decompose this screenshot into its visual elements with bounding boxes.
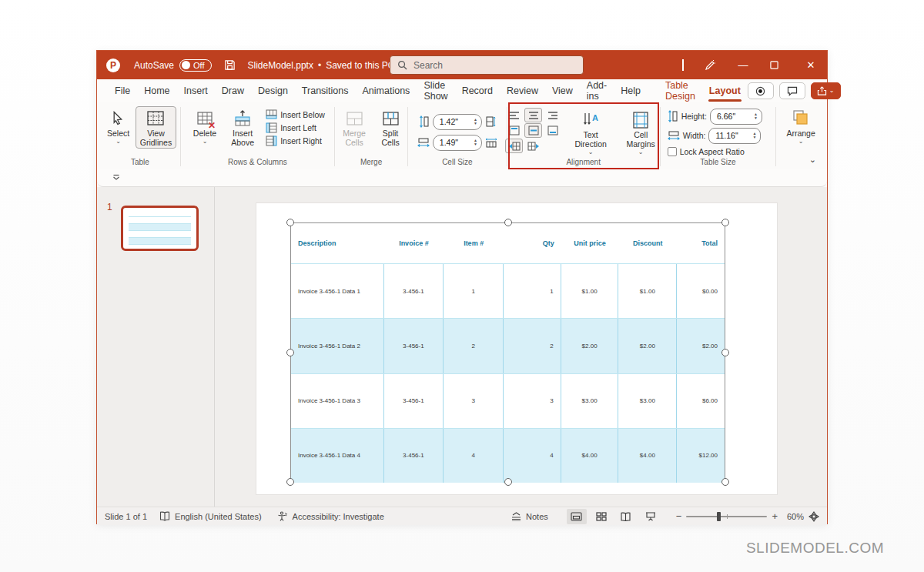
slideshow-view-button[interactable] — [641, 509, 661, 524]
tab-record[interactable]: Record — [455, 79, 500, 102]
selection-handle[interactable] — [721, 478, 729, 486]
tab-design[interactable]: Design — [251, 79, 295, 102]
slide-sorter-view-button[interactable] — [591, 509, 611, 524]
zoom-in-button[interactable]: + — [772, 510, 778, 522]
table-cell[interactable]: $1.00 — [561, 264, 619, 318]
tab-file[interactable]: File — [108, 79, 137, 102]
tab-animations[interactable]: Animations — [356, 79, 417, 102]
table-cell[interactable]: $0.00 — [677, 264, 725, 318]
view-gridlines-button[interactable]: View Gridlines — [136, 106, 176, 149]
table-header-cell[interactable]: Total — [677, 223, 725, 263]
minimize-button[interactable]: — — [736, 59, 750, 71]
save-icon[interactable] — [224, 59, 236, 71]
tab-draw[interactable]: Draw — [215, 79, 251, 102]
table-cell[interactable]: Invoice 3-456-1 Data 1 — [291, 264, 384, 318]
table-cell[interactable]: 3-456-1 — [384, 264, 444, 318]
delete-button[interactable]: ✕ Delete ⌄ — [190, 106, 219, 146]
table-header-cell[interactable]: Item # — [444, 223, 504, 263]
zoom-level[interactable]: 60% — [787, 512, 804, 521]
lock-aspect-ratio-checkbox[interactable] — [668, 147, 677, 156]
notes-button[interactable]: Notes — [511, 512, 548, 521]
align-bottom-button[interactable] — [544, 123, 561, 138]
fit-slide-to-window-icon[interactable] — [808, 511, 819, 522]
ribbon-display-options-icon[interactable] — [112, 174, 120, 181]
arrange-button[interactable]: Arrange ⌄ — [783, 106, 818, 146]
close-button[interactable]: ✕ — [804, 59, 818, 71]
spinner-arrows-icon[interactable]: ▲▼ — [474, 139, 477, 147]
align-center-button[interactable] — [524, 108, 542, 122]
search-input[interactable] — [413, 60, 576, 71]
spinner-arrows-icon[interactable]: ▲▼ — [474, 118, 477, 126]
table-header-cell[interactable]: Unit price — [561, 223, 619, 263]
table-cell[interactable]: Invoice 3-456-1 Data 2 — [291, 319, 384, 373]
tab-home[interactable]: Home — [137, 79, 176, 102]
tab-transitions[interactable]: Transitions — [295, 79, 356, 102]
table-cell[interactable]: 2 — [504, 319, 561, 373]
table-cell[interactable]: 3-456-1 — [384, 429, 444, 483]
align-top-button[interactable] — [505, 123, 523, 138]
table-cell[interactable]: $1.00 — [618, 264, 677, 318]
powerpoint-logo-icon[interactable]: P — [106, 59, 120, 72]
split-cells-button[interactable]: Split Cells — [376, 106, 405, 149]
tab-layout[interactable]: Layout — [702, 79, 748, 102]
table-cell[interactable]: $3.00 — [618, 374, 677, 428]
selection-handle[interactable] — [721, 219, 729, 226]
table-left-to-right-button[interactable] — [524, 139, 542, 153]
normal-view-button[interactable] — [567, 509, 587, 524]
table-cell[interactable]: 1 — [444, 264, 504, 318]
table-header-cell[interactable]: Invoice # — [384, 223, 444, 263]
table-right-to-left-button[interactable] — [505, 139, 523, 153]
table-cell[interactable]: 4 — [444, 429, 504, 483]
search-box[interactable] — [390, 55, 584, 75]
selection-handle[interactable] — [286, 478, 294, 486]
selection-handle[interactable] — [721, 349, 729, 356]
tab-table-design[interactable]: Table Design — [658, 79, 702, 102]
accessibility-status[interactable]: Accessibility: Investigate — [293, 512, 384, 521]
table-height-input[interactable]: 6.66" ▲▼ — [710, 109, 762, 125]
table-cell[interactable]: Invoice 3-456-1 Data 4 — [291, 429, 384, 483]
table-cell[interactable]: Invoice 3-456-1 Data 3 — [291, 374, 384, 428]
align-left-button[interactable] — [505, 108, 523, 122]
table-cell[interactable]: 4 — [504, 429, 561, 483]
record-button[interactable] — [748, 82, 774, 99]
language-indicator[interactable]: English (United States) — [175, 512, 262, 521]
insert-left-button[interactable]: Insert Left — [266, 122, 325, 133]
document-title[interactable]: SlideModel.pptx • Saved to this PC ⌄ — [248, 60, 406, 71]
invoice-table[interactable]: DescriptionInvoice #Item #QtyUnit priceD… — [290, 222, 725, 482]
table-cell[interactable]: 2 — [444, 319, 504, 373]
slide[interactable]: DescriptionInvoice #Item #QtyUnit priceD… — [256, 203, 777, 494]
insert-right-button[interactable]: Insert Right — [266, 135, 325, 146]
center-vertically-button[interactable] — [524, 123, 542, 138]
tab-help[interactable]: Help — [614, 79, 648, 102]
slide-indicator[interactable]: Slide 1 of 1 — [105, 512, 147, 521]
tab-insert[interactable]: Insert — [177, 79, 215, 102]
row-height-input[interactable]: 1.42" ▲▼ — [433, 114, 482, 130]
table-cell[interactable]: 1 — [504, 264, 561, 318]
pen-editing-icon[interactable] — [704, 59, 716, 72]
maximize-button[interactable] — [770, 61, 784, 69]
tab-add-ins[interactable]: Add-ins — [580, 79, 614, 102]
table-cell[interactable]: $12.00 — [677, 429, 725, 483]
table-cell[interactable]: $2.00 — [561, 319, 619, 373]
table-cell[interactable]: $3.00 — [561, 374, 619, 428]
zoom-out-button[interactable]: − — [676, 510, 682, 522]
selection-handle[interactable] — [504, 219, 512, 226]
select-button[interactable]: Select ⌄ — [104, 106, 132, 146]
zoom-slider-thumb[interactable] — [717, 512, 721, 521]
column-width-input[interactable]: 1.49" ▲▼ — [433, 135, 482, 151]
distribute-rows-icon[interactable] — [485, 115, 496, 128]
table-cell[interactable]: 3 — [504, 374, 561, 428]
merge-cells-button[interactable]: Merge Cells — [337, 106, 371, 149]
selection-handle[interactable] — [286, 349, 294, 356]
selection-handle[interactable] — [286, 219, 294, 226]
selection-handle[interactable] — [504, 478, 512, 486]
insert-below-button[interactable]: Insert Below — [266, 109, 325, 120]
table-cell[interactable]: $2.00 — [618, 319, 677, 373]
collapse-ribbon-chevron-icon[interactable]: ⌄ — [809, 155, 816, 165]
comments-button[interactable] — [779, 82, 805, 99]
zoom-slider[interactable] — [686, 516, 767, 517]
table-cell[interactable]: 3-456-1 — [384, 319, 444, 373]
cell-margins-button[interactable]: Cell Margins ⌄ — [620, 108, 661, 157]
share-button[interactable]: ⌄ — [811, 82, 841, 99]
table-width-input[interactable]: 11.16" ▲▼ — [708, 128, 761, 144]
